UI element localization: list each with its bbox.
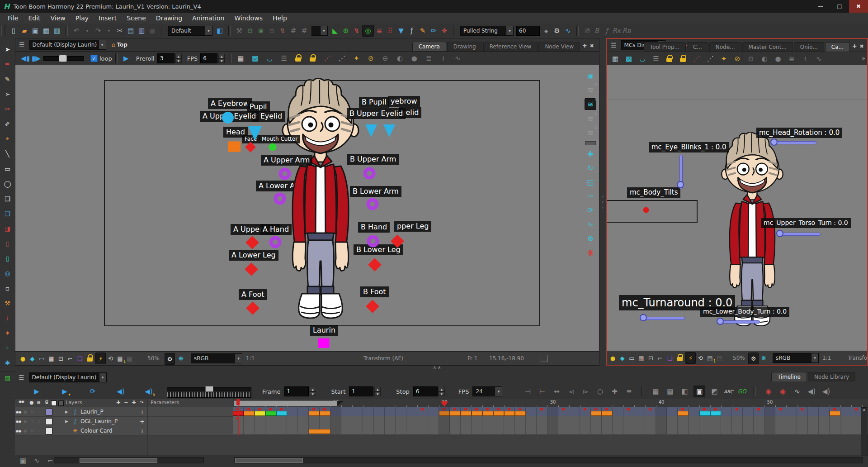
cut-button[interactable]: ✂ [114, 25, 125, 36]
keyframe-cell-f5[interactable] [276, 411, 287, 416]
control-label-b-upper-eyelid[interactable]: B Upper Eyelid [347, 108, 406, 119]
control-label-a-eyebrow[interactable]: A Eyebrow [208, 98, 252, 109]
keyframe-marker-f35[interactable] [605, 408, 608, 410]
render-preview-button[interactable]: ⊖ [745, 53, 756, 64]
menu-insert[interactable]: Insert [94, 14, 122, 23]
keyframe-cell-f3[interactable] [255, 411, 265, 416]
mirror-view-button[interactable]: ⊘ [732, 53, 743, 64]
redo-menu-arrow[interactable]: ▾ [104, 25, 114, 36]
layer-row-ogl_laurin_p[interactable]: ◉◉●≋▫▶∫OGL_Laurin_P+ [15, 417, 233, 426]
stack-button[interactable]: ≣ [374, 25, 385, 36]
body-tilts-handle[interactable] [643, 207, 649, 213]
bone-tool[interactable]: ≀ [2, 312, 13, 324]
lock-icon[interactable]: 🔏︎ [45, 400, 49, 404]
keyframe-marker-f22[interactable] [464, 408, 467, 410]
align-button[interactable]: ☰ [278, 53, 289, 64]
stroke-tension-field[interactable]: 60 [516, 26, 540, 36]
marquee-tool[interactable]: ▫ [2, 282, 13, 294]
keyframe-marker-f34[interactable] [594, 408, 597, 410]
list-button[interactable]: ≡ [623, 386, 634, 397]
keyframe-cell-f21[interactable] [450, 411, 461, 416]
upper-torso-turn-slider-track[interactable] [777, 233, 821, 236]
timeline-tab-timeline[interactable]: Timeline [771, 372, 807, 381]
onion-skin-toggle[interactable]: ⊕ [340, 25, 351, 36]
keyframe-marker-f27[interactable] [519, 408, 521, 410]
step-back-button[interactable]: ◀▮ [20, 53, 31, 64]
head-control[interactable] [228, 142, 241, 152]
keyframe-cell-f8[interactable] [309, 429, 330, 434]
rect-view-toggle[interactable]: ▭ [37, 353, 47, 364]
menu-view[interactable]: View [46, 14, 71, 23]
menu-play[interactable]: Play [71, 14, 94, 23]
grid-tool[interactable]: ▦ [2, 372, 13, 383]
keyframe-marker-f56[interactable] [833, 408, 836, 410]
keyframe-marker-f5[interactable] [280, 408, 283, 410]
keyframe-marker-f39[interactable] [649, 408, 651, 410]
align-button[interactable]: ☰ [651, 53, 661, 64]
add-parameter-button[interactable]: + [140, 409, 145, 415]
select-frame-button[interactable]: ▫ [266, 25, 277, 36]
colorspace-select[interactable]: sRGB▾ [191, 353, 242, 363]
wave-button[interactable]: ∿ [813, 53, 824, 64]
fps-field[interactable]: 6 [200, 53, 217, 63]
control-label-b-foot[interactable]: B Foot [360, 286, 389, 297]
flip-anim-button[interactable]: ↯ [351, 25, 362, 36]
keyframe-marker-f4[interactable] [269, 408, 272, 410]
play-button[interactable]: ▶ [121, 53, 132, 64]
close-view-button[interactable]: ✖ [588, 40, 595, 51]
camera-tab-camera[interactable]: Camera [412, 42, 446, 51]
maintain-size-tool[interactable]: ⟳ [585, 205, 596, 215]
keyframe-marker-f31[interactable] [562, 408, 565, 410]
script-b-button[interactable]: B [592, 25, 602, 36]
keyframe-marker-f3[interactable] [258, 408, 261, 410]
maximize-button[interactable]: □ [830, 0, 849, 13]
range-slider[interactable] [234, 400, 338, 406]
mouth-cutter-control[interactable] [269, 143, 277, 151]
dropper-tool[interactable]: ⌖ [2, 133, 13, 144]
head-rotation-slider-track[interactable] [771, 141, 816, 144]
layer-stack-icon[interactable]: ≋ [28, 429, 35, 433]
layers-h-scrollbar[interactable] [54, 457, 204, 463]
export-image-button[interactable]: ▥ [52, 25, 62, 36]
turnaround-slider-thumb[interactable] [640, 314, 647, 321]
timeline-menu-icon[interactable]: ☰ [19, 374, 24, 381]
control-label-pper-leg[interactable]: pper Leg [394, 221, 431, 232]
grid-preset-button[interactable]: # [299, 25, 310, 36]
reset-view-button[interactable]: ⟲ [106, 353, 115, 364]
delete-button[interactable]: ● [147, 25, 158, 36]
timeline-display-select[interactable]: Default (Display Laurin)▾ [29, 372, 107, 382]
add-drawing-layer-button[interactable]: ✚ [132, 400, 136, 405]
keyframe-marker-f42[interactable] [681, 408, 684, 410]
reset-view-button[interactable]: ⟲ [696, 353, 705, 363]
solo-icon[interactable]: ● [29, 400, 34, 405]
laurin-master-control[interactable] [318, 338, 330, 348]
layer-stack-button[interactable]: ≣ [786, 53, 797, 64]
fps-spinner[interactable]: ▲▼ [218, 54, 225, 63]
stroke-type-select[interactable]: Pulled String▾ [460, 26, 514, 36]
sound-edit-button[interactable]: ◀) [821, 386, 831, 397]
tracks-h-scrollbar[interactable] [234, 457, 863, 463]
underlay-mode[interactable]: ≋U [585, 127, 596, 138]
loop-playback-button[interactable]: ⟳ [87, 386, 98, 397]
redo-button[interactable]: ↷ [93, 25, 104, 36]
onion-prev-button[interactable]: ⋰ [322, 53, 333, 64]
weight-tool[interactable]: ✦ [2, 327, 13, 338]
keyframe-cell-f24[interactable] [482, 411, 493, 416]
tools-button[interactable]: ⚒ [234, 25, 245, 36]
field-guide-button[interactable]: ◡ [637, 53, 648, 64]
drop-tool[interactable]: ◦ [2, 342, 13, 353]
s-hook-button[interactable]: ≀ [438, 53, 448, 64]
zoom-tool[interactable]: ◎ [2, 267, 13, 279]
layer-visible-icon[interactable]: ◉◉ [15, 429, 22, 433]
control-label-yebrow[interactable]: yebrow [388, 96, 420, 107]
body-tilts-pad[interactable] [607, 200, 698, 223]
animate-mode-button[interactable]: ◎ [362, 25, 374, 37]
open-scene-button[interactable]: ▰ [19, 25, 30, 36]
layer-lock-icon[interactable]: ▫ [35, 410, 42, 414]
lock-button[interactable] [293, 53, 304, 64]
control-label-b-upper-arm[interactable]: B Upper Arm [347, 154, 399, 165]
keyframe-marker-f47[interactable] [736, 408, 738, 410]
camera-tab-nodeview[interactable]: Node View [538, 42, 580, 51]
tracks-vertical-scrollbar[interactable]: ▲ [861, 407, 868, 456]
layer-lock-icon[interactable]: ▫ [35, 429, 42, 433]
